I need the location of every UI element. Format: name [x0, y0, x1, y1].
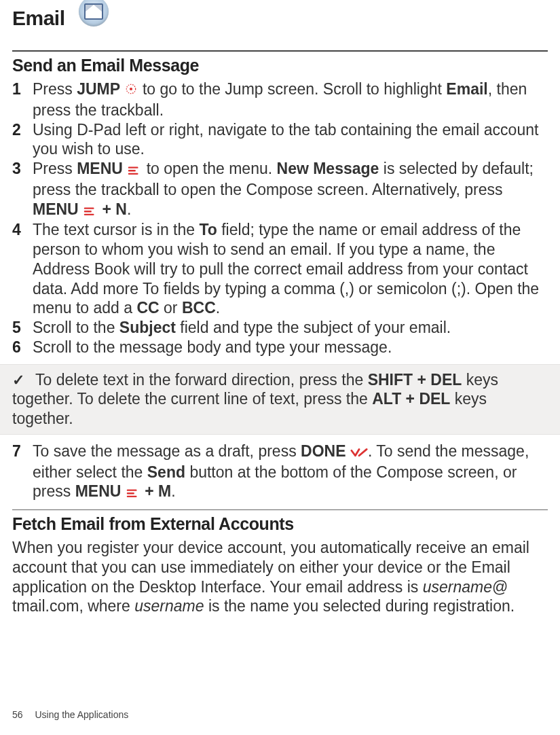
header-row: Email	[12, 7, 548, 30]
plus-m: + M	[141, 482, 171, 500]
done-icon	[350, 443, 368, 463]
step-4-text-d: .	[216, 299, 220, 317]
svg-rect-3	[128, 170, 136, 171]
page-number: 56	[12, 709, 23, 720]
step-7: 7 To save the message as a draft, press …	[12, 442, 548, 503]
step-6-text: Scroll to the message body and type your…	[33, 338, 392, 356]
step-1: 1 Press JUMP to go to the Jump screen. S…	[12, 79, 548, 120]
step-5-text-b: field and type the subject of your email…	[176, 319, 451, 336]
jump-icon	[124, 81, 138, 101]
menu-icon	[126, 483, 141, 503]
steps-list-2: 7 To save the message as a draft, press …	[12, 442, 548, 503]
plus-n: + N	[98, 200, 127, 218]
step-7-text-e: .	[171, 482, 175, 500]
step-6: 6 Scroll to the message body and type yo…	[12, 338, 548, 357]
step-2: 2 Using D-Pad left or right, navigate to…	[12, 120, 548, 160]
page-root: Email Send an Email Message 1 Press JUMP…	[0, 0, 560, 735]
step-4: 4 The text cursor is in the To field; ty…	[12, 220, 548, 318]
divider	[12, 50, 548, 52]
step-3-text-b: to open the menu.	[147, 160, 277, 177]
menu-key-2: MENU	[33, 200, 79, 218]
step-2-text: Using D-Pad left or right, navigate to t…	[33, 121, 538, 158]
step-3-text-a: Press	[33, 160, 77, 177]
svg-rect-8	[127, 490, 137, 491]
svg-rect-10	[127, 496, 137, 497]
at-sign: @	[492, 578, 508, 596]
shift-del-key: SHIFT + DEL	[368, 371, 462, 389]
step-1-text-b: to go to the Jump screen. Scroll to high…	[143, 80, 446, 98]
step-5-text-a: Scroll to the	[33, 319, 119, 336]
step-7-text-a: To save the message as a draft, press	[33, 442, 301, 460]
svg-rect-9	[127, 492, 134, 494]
domain-line: tmail.com, where	[12, 597, 134, 615]
svg-rect-6	[84, 211, 92, 212]
footer-label: Using the Applications	[35, 709, 128, 720]
steps-list: 1 Press JUMP to go to the Jump screen. S…	[12, 79, 548, 357]
subject-bold: Subject	[119, 319, 176, 336]
send-bold: Send	[147, 463, 185, 481]
checkmark-icon: ✓	[12, 371, 24, 390]
step-1-text-a: Press	[33, 80, 77, 98]
step-3: 3 Press MENU to open the menu. New Messa…	[12, 159, 548, 220]
svg-rect-4	[128, 173, 138, 175]
svg-point-1	[130, 88, 132, 90]
menu-key-1: MENU	[77, 160, 123, 177]
cc-bold: CC	[136, 299, 159, 317]
step-4-text-c: or	[160, 299, 182, 317]
tip-text-a: To delete text in the forward direction,…	[31, 371, 368, 389]
menu-icon	[83, 201, 98, 221]
tip-box: ✓ To delete text in the forward directio…	[0, 364, 560, 435]
username-italic-1: username	[423, 578, 492, 596]
divider	[12, 509, 548, 510]
bcc-bold: BCC	[182, 299, 216, 317]
svg-rect-5	[84, 207, 94, 209]
step-5: 5 Scroll to the Subject field and type t…	[12, 318, 548, 338]
to-bold: To	[199, 221, 217, 238]
section-title-send: Send an Email Message	[12, 56, 548, 75]
menu-key-3: MENU	[75, 482, 122, 500]
username-italic-2: username	[134, 597, 204, 615]
fetch-text-b: is the name you selected during registra…	[204, 597, 515, 615]
step-4-text-a: The text cursor is in the	[33, 221, 199, 238]
done-key: DONE	[301, 442, 346, 460]
alt-del-key: ALT + DEL	[372, 390, 450, 408]
new-message-bold: New Message	[277, 160, 379, 177]
email-app-icon	[79, 0, 109, 26]
section-title-fetch: Fetch Email from External Accounts	[12, 514, 548, 534]
svg-rect-7	[84, 213, 94, 215]
email-bold: Email	[446, 80, 487, 98]
step-3-text-e: .	[127, 200, 131, 218]
fetch-paragraph: When you register your device account, y…	[12, 538, 548, 616]
page-footer: 56 Using the Applications	[12, 709, 128, 720]
svg-rect-2	[128, 167, 138, 168]
app-title: Email	[12, 7, 65, 30]
menu-icon	[127, 160, 142, 180]
jump-key: JUMP	[77, 80, 120, 98]
